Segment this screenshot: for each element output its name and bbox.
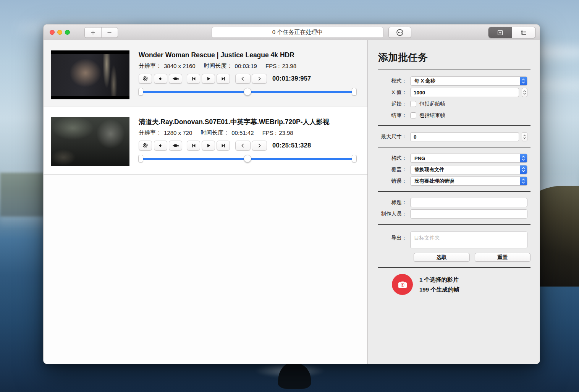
- duration-label: 时间长度：: [204, 62, 233, 70]
- play-icon: [206, 76, 211, 81]
- reset-button[interactable]: 重置: [475, 253, 531, 262]
- slider-start-handle[interactable]: [138, 88, 143, 96]
- video-thumbnail[interactable]: [51, 50, 129, 99]
- mute-button[interactable]: [154, 141, 167, 151]
- settings-button[interactable]: [139, 141, 152, 151]
- panel-mode-segment: [488, 27, 536, 38]
- more-options-button[interactable]: [388, 27, 411, 38]
- fps-label: FPS :: [262, 130, 277, 136]
- mode-select[interactable]: 每 X 毫秒: [410, 76, 527, 86]
- divider: [378, 125, 530, 126]
- next-frame-button[interactable]: [252, 141, 267, 151]
- turtle-icon: [172, 143, 179, 148]
- resolution-value: 1280 x 720: [164, 130, 192, 136]
- window-titlebar[interactable]: 0 个任务正在处理中: [44, 24, 540, 40]
- start-label: 起始：: [375, 100, 410, 107]
- video-list: Wonder Woman Rescue | Justice League 4k …: [44, 40, 367, 364]
- format-label: 格式：: [375, 155, 410, 162]
- minus-icon: [107, 30, 112, 36]
- minimize-button[interactable]: [57, 30, 62, 35]
- overwrite-select[interactable]: 替换现有文件: [410, 165, 527, 174]
- title-field-label: 标题：: [375, 199, 410, 206]
- batch-summary: 1 个选择的影片 199 个生成的帧: [392, 274, 530, 295]
- settings-button[interactable]: [139, 74, 152, 84]
- prev-frame-icon: [240, 76, 246, 81]
- gear-icon: [142, 143, 148, 148]
- video-thumbnail[interactable]: [51, 117, 129, 166]
- mode-label: 模式：: [375, 78, 410, 84]
- skip-start-button[interactable]: [187, 74, 200, 84]
- slider-knob[interactable]: [244, 155, 251, 162]
- current-timecode: 00:25:51:328: [272, 142, 311, 149]
- mute-button[interactable]: [154, 74, 167, 84]
- chevron-updown-icon: [520, 154, 527, 163]
- resolution-label: 分辨率：: [139, 62, 162, 70]
- video-meta: 分辨率： 3840 x 2160 时间长度： 00:03:19 FPS : 23…: [139, 62, 357, 70]
- task-list-tab-icon: [520, 29, 527, 36]
- error-select-value: 没有要处理的错误: [411, 178, 520, 185]
- current-timecode: 00:01:39:957: [272, 75, 311, 82]
- app-window: 0 个任务正在处理中: [43, 24, 540, 364]
- duration-value: 00:51:42: [231, 130, 254, 136]
- plus-icon: [90, 30, 96, 36]
- divider: [378, 224, 530, 225]
- add-batch-tab-icon: [497, 29, 504, 36]
- close-button[interactable]: [50, 30, 55, 35]
- fps-label: FPS :: [265, 63, 280, 69]
- next-frame-button[interactable]: [252, 74, 267, 84]
- skip-end-button[interactable]: [217, 141, 230, 151]
- prev-frame-icon: [240, 143, 246, 148]
- x-value-input[interactable]: [410, 88, 519, 97]
- speaker-icon: [158, 143, 163, 148]
- format-select[interactable]: PNG: [410, 154, 527, 163]
- video-seek-slider[interactable]: [139, 87, 356, 96]
- skip-start-button[interactable]: [187, 141, 200, 151]
- slow-speed-button[interactable]: [169, 141, 182, 151]
- slider-knob[interactable]: [244, 88, 251, 96]
- play-button[interactable]: [202, 141, 215, 151]
- slider-end-handle[interactable]: [352, 155, 357, 162]
- pick-folder-button[interactable]: 选取: [414, 253, 470, 262]
- max-size-stepper[interactable]: [522, 132, 527, 141]
- video-row[interactable]: Wonder Woman Rescue | Justice League 4k …: [44, 40, 367, 107]
- include-start-frame-checkbox[interactable]: [410, 101, 416, 107]
- chevron-updown-icon: [520, 76, 527, 86]
- play-button[interactable]: [202, 74, 215, 84]
- resolution-label: 分辨率：: [139, 129, 162, 136]
- error-select[interactable]: 没有要处理的错误: [410, 177, 527, 186]
- add-video-button[interactable]: [85, 28, 101, 37]
- zoom-button[interactable]: [65, 30, 70, 35]
- x-value-stepper[interactable]: [522, 88, 527, 97]
- traffic-lights: [50, 30, 70, 35]
- remove-video-button[interactable]: [101, 28, 118, 37]
- video-meta: 分辨率： 1280 x 720 时间长度： 00:51:42 FPS : 23.…: [139, 129, 357, 136]
- skip-end-button[interactable]: [217, 74, 230, 84]
- tab-add-batch[interactable]: [488, 27, 512, 38]
- skip-end-icon: [221, 76, 226, 81]
- export-folder-input[interactable]: [410, 232, 527, 248]
- include-end-frame-label: 包括结束帧: [419, 112, 445, 119]
- video-seek-slider[interactable]: [139, 154, 356, 163]
- max-size-input[interactable]: [410, 132, 519, 141]
- include-end-frame-checkbox[interactable]: [410, 112, 416, 118]
- video-row[interactable]: 清道夫.Ray.Donovan.S07E01.中英字幕.WEBrip.720P-…: [44, 107, 367, 175]
- tab-task-list[interactable]: [512, 27, 535, 38]
- prev-frame-button[interactable]: [235, 74, 251, 84]
- resolution-value: 3840 x 2160: [164, 63, 196, 69]
- slider-start-handle[interactable]: [138, 155, 143, 162]
- generated-frames-count: 199 个生成的帧: [419, 285, 459, 295]
- divider: [378, 191, 530, 192]
- author-field-label: 制作人员：: [375, 211, 410, 217]
- title-input[interactable]: [410, 198, 527, 207]
- max-size-label: 最大尺寸：: [375, 133, 410, 140]
- speaker-icon: [158, 76, 163, 81]
- slider-end-handle[interactable]: [352, 88, 357, 96]
- prev-frame-button[interactable]: [235, 141, 251, 151]
- format-select-value: PNG: [411, 156, 520, 161]
- next-frame-icon: [257, 143, 262, 148]
- playback-controls: 00:01:39:957: [139, 73, 357, 84]
- divider: [378, 147, 530, 147]
- divider: [378, 267, 530, 268]
- slow-speed-button[interactable]: [169, 74, 182, 84]
- author-input[interactable]: [410, 209, 527, 219]
